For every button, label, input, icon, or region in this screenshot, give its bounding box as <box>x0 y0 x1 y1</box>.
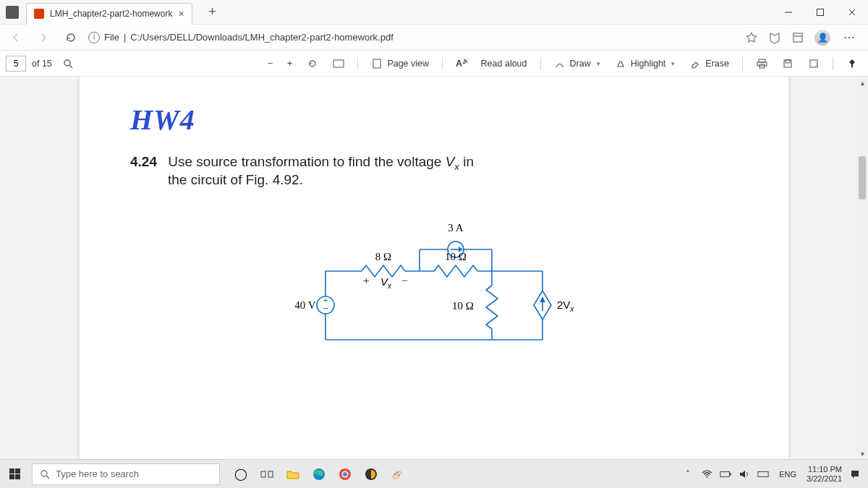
clock[interactable]: 11:10 PM 3/22/2021 <box>807 465 842 483</box>
zoom-out-button[interactable]: − <box>263 56 277 72</box>
problem-number: 4.24 <box>130 154 157 169</box>
tab-close-button[interactable]: × <box>178 8 184 20</box>
collections-icon[interactable] <box>791 31 804 44</box>
address-bar: i File | C:/Users/DELL/Downloads/LMH_cha… <box>0 25 868 51</box>
toolbar-separator <box>540 57 541 70</box>
url-display[interactable]: i File | C:/Users/DELL/Downloads/LMH_cha… <box>88 32 393 43</box>
volume-icon[interactable] <box>739 468 750 480</box>
highlight-button[interactable]: Highlight▾ <box>610 55 680 72</box>
clock-date: 3/22/2021 <box>807 474 842 484</box>
svg-point-44 <box>343 472 347 476</box>
svg-rect-14 <box>786 60 790 63</box>
favorites-bar-icon[interactable] <box>768 31 781 44</box>
start-button[interactable] <box>0 460 29 489</box>
window-minimize-button[interactable] <box>773 0 804 25</box>
rotate-button[interactable] <box>302 55 323 72</box>
read-aloud-button[interactable]: A🔊 Read aloud <box>451 55 531 72</box>
taskbar-search[interactable]: Type here to search <box>32 463 220 485</box>
svg-text:2Vx: 2Vx <box>557 299 574 313</box>
pdf-page: HW4 4.24 Use source transformation to fi… <box>80 77 788 459</box>
search-icon <box>40 469 50 479</box>
svg-rect-1 <box>817 9 824 15</box>
window-close-button[interactable] <box>836 0 868 25</box>
app-paint[interactable] <box>385 462 409 487</box>
scroll-thumb[interactable] <box>859 156 866 200</box>
page-view-button[interactable]: Page view <box>367 55 433 72</box>
save-icon <box>782 58 793 69</box>
label-r-10ohm-top: 10 Ω <box>445 251 467 262</box>
app-generic-1[interactable] <box>359 462 383 487</box>
toolbar-separator <box>742 57 743 70</box>
svg-point-6 <box>64 60 70 66</box>
circuit-figure: + − 3 A 8 Ω 10 Ω 10 Ω 40 V + Vx − 2Vx <box>130 210 738 376</box>
toolbar-separator <box>833 57 833 70</box>
pin-toolbar-button[interactable] <box>842 55 862 72</box>
page-search-button[interactable] <box>58 55 78 72</box>
language-indicator[interactable]: ENG <box>776 470 799 479</box>
svg-line-7 <box>69 65 72 68</box>
zoom-in-button[interactable]: + <box>283 56 297 72</box>
svg-rect-10 <box>759 59 765 62</box>
svg-rect-52 <box>758 471 768 476</box>
save-as-button[interactable] <box>804 55 824 72</box>
taskbar-apps: ◯ <box>229 462 409 487</box>
tab-title: LMH_chapter2-part2-homework <box>50 9 172 19</box>
print-icon <box>756 58 767 69</box>
svg-text:Vx: Vx <box>380 275 392 290</box>
battery-icon[interactable] <box>720 468 731 480</box>
erase-button[interactable]: Erase <box>685 55 733 72</box>
chevron-down-icon: ▾ <box>671 60 675 67</box>
url-path: C:/Users/DELL/Downloads/LMH_chapter2-par… <box>130 32 393 43</box>
tray-chevron-icon[interactable]: ˄ <box>682 468 694 480</box>
svg-point-47 <box>396 472 398 474</box>
scroll-up-button[interactable]: ▴ <box>857 77 867 88</box>
wifi-icon[interactable] <box>701 468 712 480</box>
windows-taskbar: Type here to search ◯ ˄ ENG 11:10 PM 3/2… <box>0 459 868 488</box>
page-total-label: of 15 <box>32 59 52 69</box>
window-titlebar: LMH_chapter2-part2-homework × + <box>0 0 868 25</box>
svg-point-37 <box>41 471 47 476</box>
nav-refresh-button[interactable] <box>61 27 81 48</box>
notifications-icon[interactable] <box>849 468 861 480</box>
keyboard-icon[interactable] <box>757 468 769 480</box>
window-maximize-button[interactable] <box>804 0 836 25</box>
chevron-down-icon: ▾ <box>597 60 600 67</box>
app-cortana[interactable]: ◯ <box>229 462 253 487</box>
app-file-explorer[interactable] <box>281 462 305 487</box>
favorites-icon[interactable] <box>745 31 758 44</box>
draw-button[interactable]: Draw▾ <box>550 55 605 72</box>
svg-point-49 <box>706 476 707 478</box>
app-edge[interactable] <box>307 462 331 487</box>
save-as-icon <box>808 58 820 69</box>
document-heading: HW4 <box>130 103 738 137</box>
svg-rect-50 <box>720 471 729 476</box>
more-menu-button[interactable]: ⋯ <box>841 30 858 44</box>
print-button[interactable] <box>752 55 772 72</box>
svg-text:−: − <box>323 303 328 314</box>
page-number-input[interactable] <box>6 56 26 72</box>
pdf-viewport[interactable]: HW4 4.24 Use source transformation to fi… <box>0 77 868 459</box>
app-task-view[interactable] <box>255 462 279 487</box>
svg-rect-51 <box>730 473 731 476</box>
pdf-icon <box>34 9 44 19</box>
draw-icon <box>554 58 566 69</box>
site-info-icon[interactable]: i <box>88 32 100 43</box>
svg-rect-40 <box>268 471 273 477</box>
save-button[interactable] <box>778 55 798 72</box>
label-r-8ohm: 8 Ω <box>375 251 391 262</box>
profile-avatar[interactable]: 👤 <box>814 30 830 46</box>
new-tab-button[interactable]: + <box>203 2 223 22</box>
label-vx-plus: + <box>363 275 369 286</box>
nav-back-button[interactable] <box>6 27 26 48</box>
svg-rect-4 <box>793 33 802 42</box>
vertical-scrollbar[interactable]: ▴ ▾ <box>857 77 867 459</box>
nav-forward-button[interactable] <box>33 27 54 48</box>
url-scheme: File <box>104 32 119 43</box>
fit-page-button[interactable] <box>328 55 349 72</box>
erase-icon <box>689 58 701 69</box>
pin-icon <box>846 58 858 69</box>
scroll-down-button[interactable]: ▾ <box>857 448 867 459</box>
app-chrome[interactable] <box>333 462 357 487</box>
browser-tab[interactable]: LMH_chapter2-part2-homework × <box>26 3 192 25</box>
rotate-icon <box>307 58 318 69</box>
